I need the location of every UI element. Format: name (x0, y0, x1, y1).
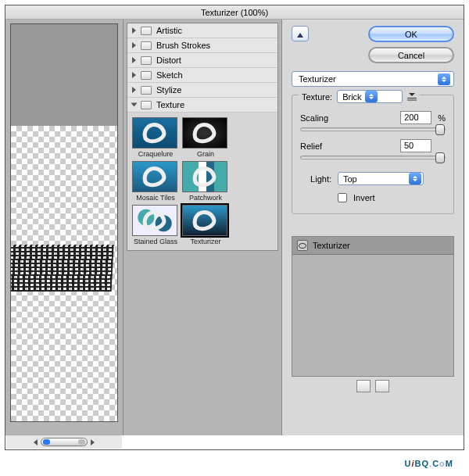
texture-label: Texture: (302, 92, 332, 102)
window-title: Texturizer (100%) (5, 5, 464, 20)
history-item[interactable]: Texturizer (292, 237, 453, 255)
relief-slider[interactable] (300, 156, 446, 159)
folder-icon (141, 101, 152, 109)
visibility-icon[interactable] (297, 240, 308, 251)
filter-select-value: Texturizer (299, 74, 336, 84)
thumb-patchwork[interactable]: Patchwork (182, 161, 229, 202)
light-select[interactable]: Top (338, 172, 424, 185)
filter-browser: Artistic Brush Strokes Distort Sketch St… (123, 20, 282, 435)
preview-column (5, 20, 123, 435)
select-arrows-icon (438, 73, 450, 85)
texture-select-value: Brick (342, 92, 361, 102)
folder-icon (141, 71, 152, 80)
select-arrows-icon (365, 91, 378, 102)
delete-effect-icon[interactable] (375, 380, 389, 392)
folder-stylize[interactable]: Stylize (127, 83, 277, 98)
new-effect-icon[interactable] (356, 380, 371, 392)
preview-canvas[interactable] (10, 23, 118, 422)
thumb-label: Texturizer (182, 238, 229, 245)
relief-input[interactable]: 50 (400, 139, 431, 152)
invert-checkbox[interactable] (338, 193, 347, 202)
folder-label: Stylize (156, 85, 181, 95)
watermark: UiBQ.CoM (405, 451, 453, 471)
folder-distort[interactable]: Distort (127, 53, 277, 68)
preview-content (10, 245, 114, 292)
chevron-down-icon (131, 103, 138, 107)
chevron-right-icon (132, 72, 136, 78)
texture-select[interactable]: Brick (337, 90, 403, 103)
ok-button[interactable]: OK (368, 26, 454, 42)
chevron-right-icon (132, 27, 136, 34)
thumb-grain[interactable]: Grain (182, 117, 229, 158)
thumb-label: Patchwork (182, 194, 229, 202)
collapse-button[interactable] (292, 26, 309, 41)
relief-label: Relief (300, 141, 341, 151)
filter-select[interactable]: Texturizer (292, 71, 454, 87)
scroll-right-icon[interactable] (91, 439, 95, 446)
ok-label: OK (405, 30, 417, 39)
folder-texture[interactable]: Texture (127, 98, 277, 113)
folder-sketch[interactable]: Sketch (127, 68, 277, 83)
thumb-mosaic-tiles[interactable]: Mosaic Tiles (132, 161, 179, 202)
chevron-right-icon (132, 42, 136, 48)
texture-group: Texture: Brick Scaling 200 % Relief (292, 95, 454, 214)
folder-label: Distort (156, 55, 181, 65)
folder-brush-strokes[interactable]: Brush Strokes (127, 38, 277, 53)
scaling-label: Scaling (300, 113, 341, 123)
thumb-label: Stained Glass (132, 238, 179, 245)
scroll-left-icon[interactable] (34, 439, 38, 446)
folder-icon (141, 27, 152, 35)
cancel-label: Cancel (398, 51, 424, 60)
scaling-unit: % (438, 113, 446, 123)
thumb-craquelure[interactable]: Craquelure (132, 117, 179, 158)
thumb-label: Craquelure (132, 150, 179, 158)
invert-label: Invert (353, 193, 375, 202)
preview-scrollbar[interactable] (6, 435, 122, 449)
folder-label: Sketch (156, 70, 183, 80)
cancel-button[interactable]: Cancel (368, 47, 454, 63)
select-arrows-icon (409, 173, 421, 184)
folder-artistic[interactable]: Artistic (127, 23, 277, 38)
flyout-menu-icon[interactable] (407, 93, 417, 101)
light-select-value: Top (343, 174, 357, 184)
effect-history: Texturizer (292, 236, 454, 377)
folder-label: Brush Strokes (156, 41, 210, 50)
folder-icon (141, 56, 152, 65)
thumb-texturizer[interactable]: Texturizer (182, 205, 229, 245)
light-label: Light: (300, 174, 331, 184)
dialog-frame: Texturizer (100%) Artistic Brush Strokes… (5, 5, 464, 450)
scroll-thumb[interactable] (41, 438, 88, 446)
scaling-slider[interactable] (300, 127, 446, 131)
chevron-up-icon (297, 30, 303, 38)
settings-column: OK Cancel Texturizer Texture: Brick (282, 20, 464, 435)
folder-icon (141, 86, 152, 95)
folder-label: Texture (156, 100, 184, 109)
history-item-label: Texturizer (313, 241, 350, 250)
thumb-label: Mosaic Tiles (132, 194, 179, 202)
chevron-right-icon (132, 87, 136, 93)
chevron-right-icon (132, 57, 136, 63)
folder-label: Artistic (156, 26, 182, 35)
scaling-input[interactable]: 200 (400, 111, 431, 124)
thumbnail-grid: Craquelure Grain Mosaic Tiles Patchwork … (127, 113, 277, 250)
thumb-label: Grain (182, 150, 229, 158)
folder-icon (141, 41, 152, 50)
thumb-stained-glass[interactable]: Stained Glass (132, 205, 179, 245)
